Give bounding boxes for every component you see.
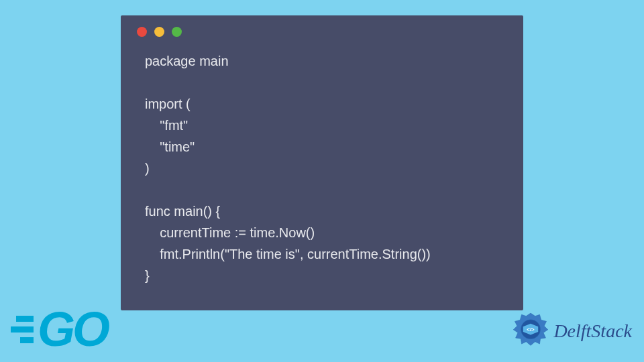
go-logo-text: GO [38, 308, 107, 351]
code-content: package main import ( "fmt" "time" ) fun… [121, 37, 523, 286]
delftstack-emblem-icon: </> [512, 312, 549, 350]
svg-text:</>: </> [527, 326, 535, 333]
go-logo: GO [7, 308, 107, 351]
maximize-icon [172, 27, 182, 37]
go-speed-lines-icon [7, 316, 34, 343]
close-icon [137, 27, 147, 37]
window-traffic-lights [121, 15, 523, 37]
delftstack-logo: </> DelftStack [512, 312, 632, 350]
code-window: package main import ( "fmt" "time" ) fun… [121, 15, 523, 310]
minimize-icon [154, 27, 164, 37]
delftstack-logo-text: DelftStack [553, 320, 632, 342]
